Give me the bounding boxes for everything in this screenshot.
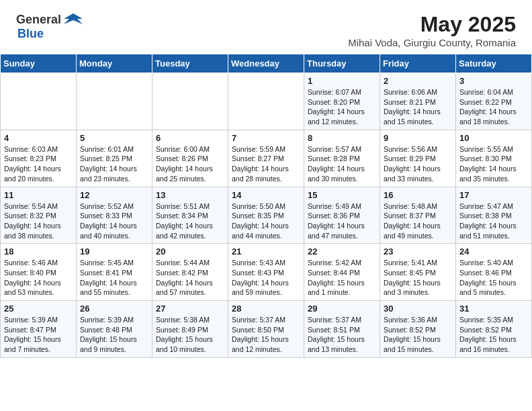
calendar-cell: 4Sunrise: 6:03 AM Sunset: 8:23 PM Daylig… [1,130,77,187]
week-row-3: 11Sunrise: 5:54 AM Sunset: 8:32 PM Dayli… [1,187,532,244]
weekday-header-wednesday: Wednesday [228,54,304,73]
cell-info: Sunrise: 6:03 AM Sunset: 8:23 PM Dayligh… [4,144,73,184]
day-number: 15 [308,190,376,200]
cell-info: Sunrise: 5:46 AM Sunset: 8:40 PM Dayligh… [4,258,73,298]
cell-info: Sunrise: 5:38 AM Sunset: 8:49 PM Dayligh… [156,315,224,355]
cell-info: Sunrise: 5:54 AM Sunset: 8:32 PM Dayligh… [4,201,73,241]
calendar-cell: 15Sunrise: 5:49 AM Sunset: 8:36 PM Dayli… [304,187,380,244]
calendar-cell: 6Sunrise: 6:00 AM Sunset: 8:26 PM Daylig… [152,130,228,187]
cell-info: Sunrise: 5:36 AM Sunset: 8:52 PM Dayligh… [384,315,452,355]
cell-info: Sunrise: 6:07 AM Sunset: 8:20 PM Dayligh… [308,87,376,127]
logo-bird-icon [64,12,83,27]
week-row-1: 1Sunrise: 6:07 AM Sunset: 8:20 PM Daylig… [1,73,532,130]
cell-info: Sunrise: 5:52 AM Sunset: 8:33 PM Dayligh… [80,201,148,241]
day-number: 7 [232,133,300,143]
header: General Blue May 2025 Mihai Voda, Giurgi… [0,0,532,54]
weekday-header-saturday: Saturday [456,54,532,73]
logo-blue-text: Blue [17,27,44,41]
calendar-cell: 14Sunrise: 5:50 AM Sunset: 8:35 PM Dayli… [228,187,304,244]
day-number: 27 [156,304,224,314]
calendar-cell: 23Sunrise: 5:41 AM Sunset: 8:45 PM Dayli… [380,244,456,301]
day-number: 25 [4,304,73,314]
day-number: 30 [384,304,452,314]
day-number: 22 [308,246,376,257]
cell-info: Sunrise: 5:41 AM Sunset: 8:45 PM Dayligh… [384,258,452,298]
calendar-cell: 19Sunrise: 5:45 AM Sunset: 8:41 PM Dayli… [77,244,152,301]
calendar-cell: 27Sunrise: 5:38 AM Sunset: 8:49 PM Dayli… [152,301,228,358]
cell-info: Sunrise: 5:39 AM Sunset: 8:47 PM Dayligh… [4,315,73,355]
day-number: 10 [459,133,528,143]
weekday-header-friday: Friday [380,54,456,73]
svg-marker-0 [64,13,83,24]
calendar-cell [228,73,304,130]
day-number: 23 [384,246,452,257]
calendar-cell: 22Sunrise: 5:42 AM Sunset: 8:44 PM Dayli… [304,244,380,301]
calendar-cell: 29Sunrise: 5:37 AM Sunset: 8:51 PM Dayli… [304,301,380,358]
cell-info: Sunrise: 5:45 AM Sunset: 8:41 PM Dayligh… [80,258,148,298]
day-number: 14 [232,190,300,200]
cell-info: Sunrise: 6:01 AM Sunset: 8:25 PM Dayligh… [80,144,148,184]
calendar-cell: 21Sunrise: 5:43 AM Sunset: 8:43 PM Dayli… [228,244,304,301]
weekday-header-thursday: Thursday [304,54,380,73]
calendar-cell: 2Sunrise: 6:06 AM Sunset: 8:21 PM Daylig… [380,73,456,130]
calendar-cell [1,73,77,130]
cell-info: Sunrise: 5:44 AM Sunset: 8:42 PM Dayligh… [156,258,224,298]
calendar-cell: 9Sunrise: 5:56 AM Sunset: 8:29 PM Daylig… [380,130,456,187]
cell-info: Sunrise: 5:48 AM Sunset: 8:37 PM Dayligh… [384,201,452,241]
calendar-cell: 28Sunrise: 5:37 AM Sunset: 8:50 PM Dayli… [228,301,304,358]
day-number: 4 [4,133,73,143]
location: Mihai Voda, Giurgiu County, Romania [348,37,516,48]
calendar-cell: 5Sunrise: 6:01 AM Sunset: 8:25 PM Daylig… [77,130,152,187]
cell-info: Sunrise: 5:49 AM Sunset: 8:36 PM Dayligh… [308,201,376,241]
calendar-header: SundayMondayTuesdayWednesdayThursdayFrid… [1,54,532,73]
calendar-cell: 10Sunrise: 5:55 AM Sunset: 8:30 PM Dayli… [456,130,532,187]
calendar: SundayMondayTuesdayWednesdayThursdayFrid… [0,54,532,358]
cell-info: Sunrise: 5:50 AM Sunset: 8:35 PM Dayligh… [232,201,300,241]
week-row-4: 18Sunrise: 5:46 AM Sunset: 8:40 PM Dayli… [1,244,532,301]
day-number: 24 [459,246,528,257]
cell-info: Sunrise: 5:42 AM Sunset: 8:44 PM Dayligh… [308,258,376,298]
calendar-cell: 17Sunrise: 5:47 AM Sunset: 8:38 PM Dayli… [456,187,532,244]
day-number: 5 [80,133,148,143]
day-number: 11 [4,190,73,200]
calendar-cell: 12Sunrise: 5:52 AM Sunset: 8:33 PM Dayli… [77,187,152,244]
week-row-2: 4Sunrise: 6:03 AM Sunset: 8:23 PM Daylig… [1,130,532,187]
day-number: 6 [156,133,224,143]
cell-info: Sunrise: 5:37 AM Sunset: 8:50 PM Dayligh… [232,315,300,355]
title-block: May 2025 Mihai Voda, Giurgiu County, Rom… [348,12,516,48]
month-year: May 2025 [348,12,516,37]
cell-info: Sunrise: 6:06 AM Sunset: 8:21 PM Dayligh… [384,87,452,127]
cell-info: Sunrise: 6:00 AM Sunset: 8:26 PM Dayligh… [156,144,224,184]
cell-info: Sunrise: 5:40 AM Sunset: 8:46 PM Dayligh… [459,258,528,298]
calendar-cell: 31Sunrise: 5:35 AM Sunset: 8:52 PM Dayli… [456,301,532,358]
cell-info: Sunrise: 5:57 AM Sunset: 8:28 PM Dayligh… [308,144,376,184]
day-number: 8 [308,133,376,143]
cell-info: Sunrise: 5:59 AM Sunset: 8:27 PM Dayligh… [232,144,300,184]
day-number: 28 [232,304,300,314]
calendar-cell [152,73,228,130]
calendar-cell: 13Sunrise: 5:51 AM Sunset: 8:34 PM Dayli… [152,187,228,244]
day-number: 3 [459,76,528,86]
cell-info: Sunrise: 5:56 AM Sunset: 8:29 PM Dayligh… [384,144,452,184]
day-number: 12 [80,190,148,200]
weekday-header-monday: Monday [77,54,152,73]
day-number: 26 [80,304,148,314]
day-number: 18 [4,246,73,257]
logo: General Blue [16,12,83,41]
day-number: 20 [156,246,224,257]
day-number: 16 [384,190,452,200]
calendar-cell: 18Sunrise: 5:46 AM Sunset: 8:40 PM Dayli… [1,244,77,301]
calendar-cell: 7Sunrise: 5:59 AM Sunset: 8:27 PM Daylig… [228,130,304,187]
cell-info: Sunrise: 6:04 AM Sunset: 8:22 PM Dayligh… [459,87,528,127]
calendar-cell: 3Sunrise: 6:04 AM Sunset: 8:22 PM Daylig… [456,73,532,130]
cell-info: Sunrise: 5:37 AM Sunset: 8:51 PM Dayligh… [308,315,376,355]
day-number: 21 [232,246,300,257]
day-number: 19 [80,246,148,257]
cell-info: Sunrise: 5:35 AM Sunset: 8:52 PM Dayligh… [459,315,528,355]
calendar-cell: 25Sunrise: 5:39 AM Sunset: 8:47 PM Dayli… [1,301,77,358]
weekday-header-sunday: Sunday [1,54,77,73]
calendar-cell: 16Sunrise: 5:48 AM Sunset: 8:37 PM Dayli… [380,187,456,244]
cell-info: Sunrise: 5:43 AM Sunset: 8:43 PM Dayligh… [232,258,300,298]
day-number: 2 [384,76,452,86]
calendar-cell: 26Sunrise: 5:39 AM Sunset: 8:48 PM Dayli… [77,301,152,358]
